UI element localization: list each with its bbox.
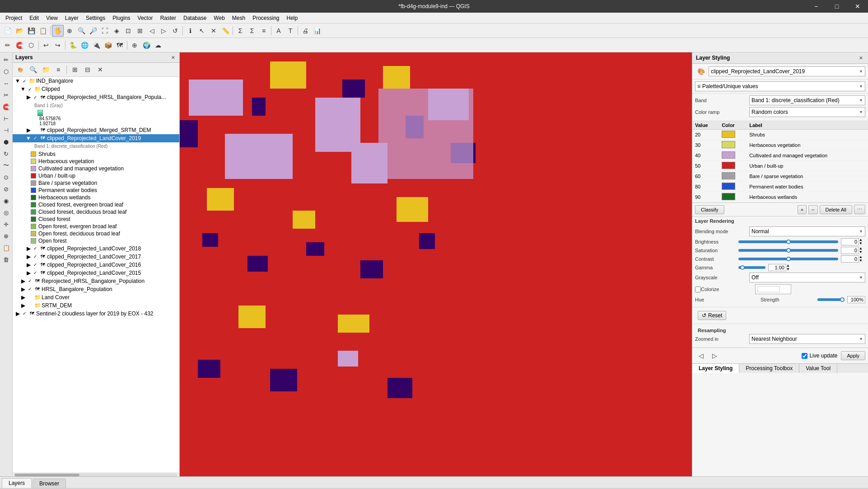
select-button[interactable]: ↖	[196, 25, 208, 37]
zoom-last-button[interactable]: ◁	[146, 25, 158, 37]
cell-color[interactable]	[719, 130, 747, 140]
delete-all-button[interactable]: Delete All	[820, 205, 852, 214]
expand-icon[interactable]: ▼	[20, 86, 26, 92]
band-select[interactable]: Band 1: discrete_classification (Red) ▼	[749, 95, 865, 105]
reshape-button[interactable]: ⬢	[1, 136, 12, 147]
pan-to-selection-button[interactable]: ⊕	[64, 25, 75, 37]
layer-check[interactable]: ✓	[32, 262, 39, 267]
cut-button[interactable]: ✂	[1, 89, 12, 100]
menu-layer[interactable]: Layer	[61, 14, 82, 22]
expand-icon[interactable]: ▶	[14, 310, 21, 317]
label-button[interactable]: A	[273, 25, 285, 37]
menu-edit[interactable]: Edit	[26, 14, 42, 22]
zoom-layer-button[interactable]: ⊡	[122, 25, 134, 37]
contrast-slider[interactable]	[738, 258, 838, 260]
layer-srtm-group[interactable]: ▶ 📁 SRTM_DEM	[13, 301, 179, 310]
filter-layer-button[interactable]: 🔍	[27, 64, 39, 75]
table-row[interactable]: 80 Permanent water bodies	[692, 182, 868, 192]
minimize-button[interactable]: −	[806, 0, 826, 13]
zoom-selection-button[interactable]: ◈	[111, 25, 122, 37]
python-button[interactable]: 🐍	[67, 39, 79, 51]
split-button[interactable]: ⊢	[1, 113, 12, 124]
identify-button[interactable]: ℹ	[184, 25, 196, 37]
expand-icon[interactable]: ▶	[25, 94, 32, 100]
menu-plugins[interactable]: Plugins	[109, 14, 134, 22]
tab-value-tool[interactable]: Value Tool	[799, 364, 837, 373]
more-options-button[interactable]: ⋯	[854, 205, 865, 214]
field-calc-button[interactable]: Σ	[234, 25, 246, 37]
colorize-color[interactable]	[755, 284, 791, 294]
grayscale-select[interactable]: Off ▼	[749, 273, 865, 282]
layer-check[interactable]: ✓	[26, 87, 33, 92]
topology-button[interactable]: ⬡	[25, 39, 37, 51]
manage-layers-button[interactable]: ≡	[52, 64, 64, 75]
layer-check[interactable]: ✓	[32, 270, 39, 275]
tab-layer-styling[interactable]: Layer Styling	[692, 364, 739, 373]
contrast-down[interactable]: ▼	[859, 259, 865, 263]
table-row[interactable]: 40 Cultivated and managed vegetation	[692, 150, 868, 161]
menu-database[interactable]: Database	[180, 14, 210, 22]
gamma-value[interactable]	[768, 264, 786, 271]
pan-tool-button[interactable]: 🖐	[52, 25, 64, 37]
layer-check[interactable]: ✓	[32, 254, 39, 259]
table-row[interactable]: 20 Shrubs	[692, 130, 868, 140]
plugin1-button[interactable]: 🔌	[90, 39, 102, 51]
delete-button[interactable]: 🗑	[1, 254, 12, 265]
plugin2-button[interactable]: 📦	[102, 39, 114, 51]
map-area[interactable]	[180, 52, 692, 476]
expand-icon[interactable]: ▶	[25, 262, 32, 268]
expand-all-button[interactable]: ⊞	[69, 64, 81, 75]
expand-icon[interactable]: ▶	[25, 270, 32, 276]
offset-button[interactable]: ◎	[1, 207, 12, 218]
saturation-slider[interactable]	[738, 249, 838, 252]
layer-check[interactable]: ✓	[26, 278, 33, 283]
layer-style-icon[interactable]: 🎨	[695, 66, 707, 77]
layer-check[interactable]: ✓	[21, 311, 28, 316]
tab-layers[interactable]: Layers	[2, 478, 32, 488]
brightness-value[interactable]	[841, 238, 859, 245]
annotation-button[interactable]: T	[285, 25, 296, 37]
layer-sentinel[interactable]: ▶ ✓ 🗺 Sentinel-2 cloudless layer for 201…	[13, 310, 179, 318]
merge-button[interactable]: ⊣	[1, 125, 12, 136]
zoom-in-button[interactable]: 🔍	[75, 25, 87, 37]
move-button[interactable]: ✛	[1, 219, 12, 230]
digitize-button[interactable]: ✏	[2, 39, 14, 51]
expand-icon[interactable]: ▶	[20, 286, 26, 292]
cell-color[interactable]	[719, 182, 747, 192]
live-update-label[interactable]: Live update	[802, 353, 837, 359]
layer-landcover2019[interactable]: ▼ ✓ 🗺 clipped_Reprojected_LandCover_2019	[13, 134, 179, 142]
layer-clipped[interactable]: ▼ ✓ 📁 Clipped	[13, 85, 179, 93]
reset-button[interactable]: ↺ Reset	[698, 311, 726, 320]
open-project-button[interactable]: 📂	[14, 25, 25, 37]
layer-styling-close[interactable]: ✕	[857, 54, 864, 61]
saturation-value[interactable]	[841, 247, 859, 254]
add-group-button[interactable]: 📁	[40, 64, 51, 75]
new-project-button[interactable]: 📄	[2, 25, 14, 37]
delete-ring-button[interactable]: ⊘	[1, 183, 12, 194]
gamma-slider[interactable]	[738, 266, 765, 269]
colorize-checkbox[interactable]	[695, 287, 701, 292]
expand-icon[interactable]: ▶	[25, 245, 32, 252]
map-canvas[interactable]	[180, 52, 692, 476]
expand-icon[interactable]: ▼	[25, 135, 32, 141]
layer-landcover-group[interactable]: ▶ 📁 Land Cover	[13, 293, 179, 301]
layer-check[interactable]: ✓	[32, 246, 39, 251]
reverse-button[interactable]: ↔	[1, 78, 12, 89]
classify-button[interactable]: Classify	[695, 205, 724, 214]
qgis2web-button[interactable]: 🌍	[140, 39, 152, 51]
cell-color[interactable]	[719, 140, 747, 150]
undo-button[interactable]: ↩	[40, 39, 52, 51]
layer-reprojected-hrsl[interactable]: ▶ ✓ 🗺 Reprojected_HRSL_Bangalore_Populat…	[13, 277, 179, 285]
fill-ring-button[interactable]: ◉	[1, 195, 12, 206]
style-forward-button[interactable]: ▷	[709, 350, 720, 362]
layer-hrsl2[interactable]: ▶ ✓ 🗺 HRSL_Bangalore_Population	[13, 285, 179, 293]
gamma-down[interactable]: ▼	[786, 268, 793, 271]
brightness-slider[interactable]	[738, 240, 838, 243]
node-tool-button[interactable]: ⬡	[1, 66, 12, 77]
layer-check[interactable]: ✓	[32, 136, 39, 141]
layer-ind-bangalore[interactable]: ▼ ✓ 📁 IND_Bangalore	[13, 77, 179, 85]
layer-check[interactable]: ✓	[26, 287, 33, 292]
menu-processing[interactable]: Processing	[249, 14, 283, 22]
menu-project[interactable]: Project	[2, 14, 26, 22]
open-layer-style-button[interactable]: 🎨	[14, 64, 26, 75]
